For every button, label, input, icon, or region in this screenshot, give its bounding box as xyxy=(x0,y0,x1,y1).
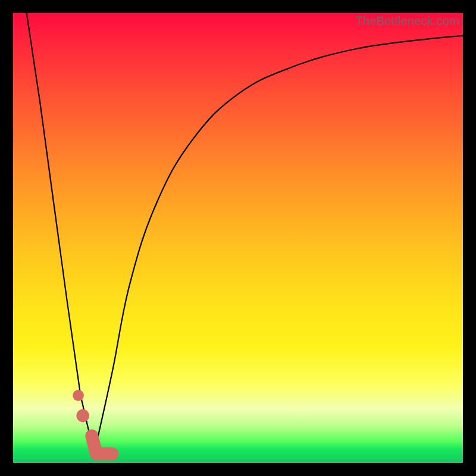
chart-svg xyxy=(13,13,463,463)
optimal-marker-hook xyxy=(92,436,112,454)
chart-frame: TheBottleneck.com xyxy=(0,0,476,476)
optimal-marker-dot xyxy=(73,390,84,401)
optimal-marker-dot xyxy=(76,409,89,422)
plot-area: TheBottleneck.com xyxy=(13,13,463,463)
optimal-marker-dots xyxy=(73,390,89,422)
curve-right-ascent xyxy=(94,36,463,454)
curve-left-descent xyxy=(27,13,94,454)
